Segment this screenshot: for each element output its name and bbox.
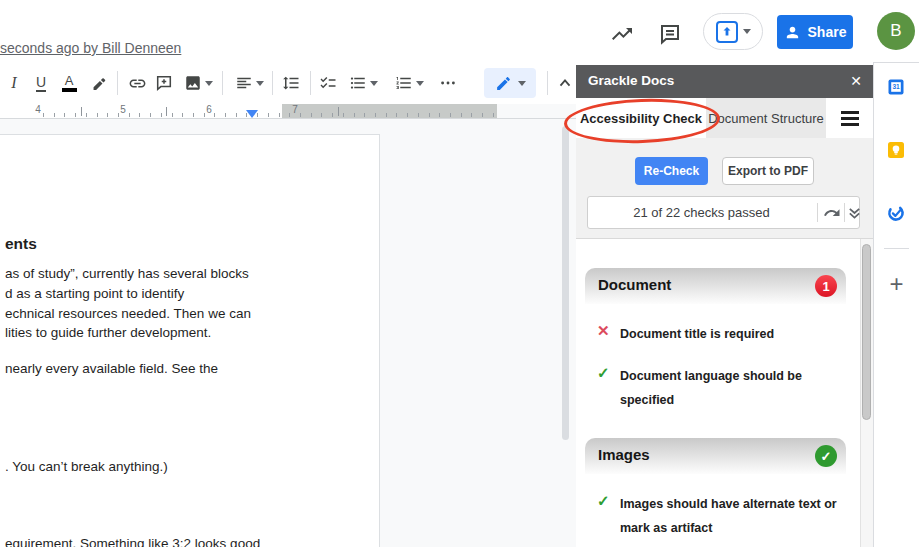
editing-mode-button[interactable] <box>484 68 536 98</box>
bulleted-list-button[interactable] <box>345 70 381 96</box>
share-button[interactable]: Share <box>777 15 853 49</box>
section-title: Document <box>598 276 671 293</box>
align-left-icon <box>235 74 253 92</box>
doc-text-line: as of study”, currently has several bloc… <box>5 266 249 281</box>
google-tasks-icon[interactable] <box>887 204 905 222</box>
numbered-list-icon <box>395 74 413 92</box>
close-icon[interactable]: ✕ <box>850 73 862 89</box>
chevron-up-icon <box>556 74 574 92</box>
fail-x-icon: ✕ <box>597 322 610 340</box>
add-comment-button[interactable] <box>151 70 177 96</box>
document-scrollbar[interactable] <box>562 126 569 440</box>
pass-badge: ✓ <box>815 445 837 467</box>
panel-tabs: Accessibility Check Document Structure <box>576 98 873 138</box>
document-page[interactable]: ents as of study”, currently has several… <box>0 134 380 547</box>
person-icon <box>784 24 801 41</box>
indent-marker[interactable] <box>246 110 258 118</box>
highlighter-icon <box>91 75 108 92</box>
pass-check-icon: ✓ <box>597 492 610 510</box>
get-addons-button[interactable]: + <box>874 270 919 298</box>
tab-accessibility-check[interactable]: Accessibility Check <box>576 98 706 138</box>
ruler-mark: 5 <box>120 104 126 115</box>
chevron-down-icon <box>205 81 213 86</box>
chevron-down-icon <box>370 81 378 86</box>
doc-heading-fragment: ents <box>5 235 37 253</box>
chevron-down-icon <box>743 29 751 34</box>
doc-text-line: echnical resources needed. Then we can <box>5 306 251 321</box>
section-card-document: Document 1 ✕ Document title is required … <box>585 268 846 304</box>
text-color-icon: A <box>62 74 77 92</box>
numbered-list-button[interactable] <box>391 70 427 96</box>
trending-up-icon <box>610 22 634 46</box>
insert-link-button[interactable] <box>124 70 150 96</box>
panel-title: Grackle Docs <box>588 73 674 88</box>
calendar-day-number: 31 <box>892 83 900 90</box>
pass-check-icon: ✓ <box>597 364 610 382</box>
checklist-icon <box>319 74 337 92</box>
double-chevron-down-icon[interactable] <box>847 205 862 221</box>
comment-icon <box>658 22 682 46</box>
share-report-icon[interactable] <box>823 204 841 222</box>
highlight-color-button[interactable] <box>86 70 112 96</box>
google-keep-icon[interactable] <box>887 141 905 159</box>
doc-text-line: . You can’t break anything.) <box>5 459 168 474</box>
formatting-toolbar: I U A <box>0 62 577 104</box>
last-edit-status-link[interactable]: seconds ago by Bill Denneen <box>0 40 181 56</box>
italic-icon: I <box>11 74 16 92</box>
ruler-mark: 6 <box>206 104 212 115</box>
chevron-down-icon <box>518 81 526 86</box>
side-panel-strip: 31 + <box>873 62 919 547</box>
share-button-label: Share <box>808 24 847 40</box>
avatar-letter: B <box>890 21 901 41</box>
more-options-button[interactable] <box>435 70 461 96</box>
strip-divider <box>884 248 909 249</box>
checks-summary-label: 21 of 22 checks passed <box>588 205 815 220</box>
doc-text-line: d as a starting point to identify <box>5 286 184 301</box>
error-count-badge: 1 <box>815 275 837 297</box>
results-scroll-area: Document 1 ✕ Document title is required … <box>576 239 873 547</box>
bulleted-list-icon <box>349 74 367 92</box>
checks-summary-bar[interactable]: 21 of 22 checks passed <box>587 196 860 229</box>
tab-document-structure[interactable]: Document Structure <box>706 98 826 138</box>
doc-text-line: lities to guide further development. <box>5 325 211 340</box>
publish-button[interactable] <box>703 13 763 50</box>
hamburger-icon <box>841 111 859 114</box>
panel-header: Grackle Docs ✕ <box>576 65 873 98</box>
line-spacing-icon <box>282 74 300 92</box>
account-avatar[interactable]: B <box>877 12 915 50</box>
italic-button[interactable]: I <box>1 70 27 96</box>
panel-scrollbar-thumb[interactable] <box>862 244 871 420</box>
section-header[interactable]: Document 1 <box>585 268 846 304</box>
grackle-docs-panel: Grackle Docs ✕ Accessibility Check Docum… <box>576 65 873 547</box>
doc-text-line: equirement. Something like 3:2 looks goo… <box>5 536 260 547</box>
section-card-images: Images ✓ ✓ Images should have alternate … <box>585 438 846 474</box>
ruler-mark: 4 <box>35 104 41 115</box>
line-spacing-button[interactable] <box>278 70 304 96</box>
open-comments-button[interactable] <box>656 21 684 47</box>
document-stats-button[interactable] <box>608 21 636 47</box>
check-item-text: Images should have alternate text or mar… <box>620 492 852 540</box>
horizontal-ruler[interactable]: 4 5 6 7 <box>0 104 577 119</box>
check-item-text: Document language should be specified <box>620 364 826 412</box>
google-calendar-icon[interactable]: 31 <box>887 78 905 96</box>
checklist-button[interactable] <box>315 70 341 96</box>
chevron-down-icon <box>416 81 424 86</box>
insert-image-button[interactable] <box>180 70 216 96</box>
add-comment-icon <box>155 74 173 92</box>
ruler-mark: 7 <box>292 104 298 115</box>
export-to-pdf-button[interactable]: Export to PDF <box>722 157 814 185</box>
pencil-icon <box>495 75 512 92</box>
section-title: Images <box>598 446 650 463</box>
hide-menus-button[interactable] <box>552 70 578 96</box>
text-color-button[interactable]: A <box>56 70 82 96</box>
underline-button[interactable]: U <box>28 70 54 96</box>
panel-menu-button[interactable] <box>826 98 873 138</box>
document-viewport: ents as of study”, currently has several… <box>0 119 577 547</box>
align-button[interactable] <box>231 70 267 96</box>
recheck-button[interactable]: Re-Check <box>635 157 708 185</box>
link-icon <box>128 74 147 93</box>
image-icon <box>184 74 202 92</box>
check-item-text: Document title is required <box>620 322 826 346</box>
chevron-down-icon <box>256 81 264 86</box>
section-header[interactable]: Images ✓ <box>585 438 846 474</box>
